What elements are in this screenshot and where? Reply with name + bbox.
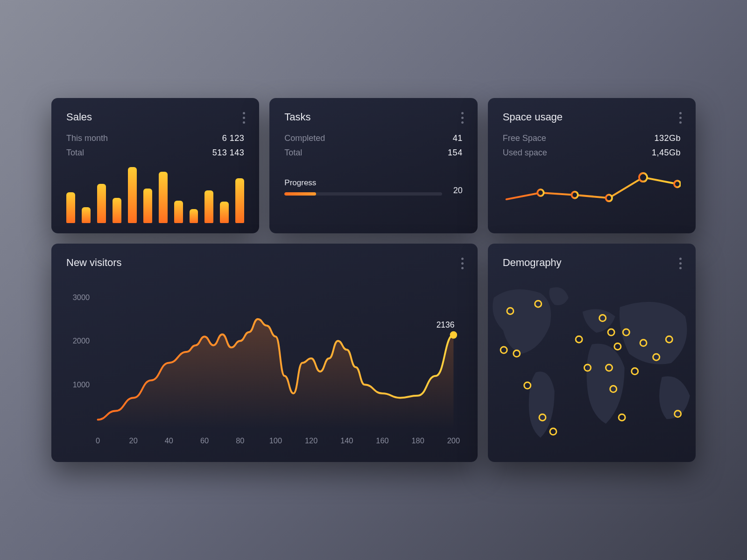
map-marker — [500, 347, 507, 353]
visitors-chart: 1000200030000204060801001201401601802002… — [66, 279, 463, 447]
svg-point-0 — [537, 189, 543, 196]
bar — [190, 209, 198, 223]
stat-value: 6 123 — [222, 133, 245, 143]
svg-point-19 — [450, 331, 457, 339]
bar — [174, 201, 183, 223]
svg-text:20: 20 — [129, 436, 138, 445]
stat-value: 154 — [448, 148, 463, 158]
svg-text:100: 100 — [269, 436, 282, 445]
svg-text:0: 0 — [96, 436, 100, 445]
stat-label: Completed — [284, 133, 325, 143]
more-icon[interactable] — [459, 256, 465, 271]
map-marker — [608, 329, 614, 336]
land-shapes — [493, 287, 690, 438]
space-line-chart — [503, 167, 681, 218]
visitors-end-label: 2136 — [437, 320, 455, 329]
stat-label: Total — [284, 148, 302, 158]
bar — [204, 190, 213, 223]
svg-text:3000: 3000 — [73, 293, 90, 301]
progress-label: Progress — [284, 178, 442, 188]
svg-point-3 — [639, 173, 647, 182]
svg-text:40: 40 — [165, 436, 173, 445]
stat-row: Completed 41 — [284, 133, 462, 143]
svg-text:2000: 2000 — [73, 336, 90, 345]
progress-fill — [284, 192, 316, 196]
map-marker — [524, 382, 530, 389]
card-title: Space usage — [503, 111, 681, 123]
svg-text:80: 80 — [236, 436, 244, 445]
stat-row: Total 154 — [284, 148, 462, 158]
stat-label: Total — [66, 148, 84, 158]
card-title: Tasks — [284, 111, 462, 123]
map-marker — [619, 414, 625, 420]
world-map — [488, 279, 696, 456]
stat-value: 513 143 — [212, 148, 245, 158]
more-icon[interactable] — [677, 110, 684, 126]
svg-text:120: 120 — [305, 436, 317, 445]
stat-label: Used space — [503, 148, 547, 158]
svg-point-4 — [674, 181, 680, 187]
stat-label: Free Space — [503, 133, 546, 143]
more-icon[interactable] — [459, 110, 465, 126]
svg-text:1000: 1000 — [73, 380, 90, 389]
map-marker — [550, 428, 557, 435]
progress-value: 20 — [453, 186, 463, 196]
space-usage-card: Space usage Free Space 132Gb Used space … — [488, 98, 696, 233]
svg-point-1 — [571, 192, 578, 198]
svg-text:180: 180 — [412, 436, 424, 445]
stat-row: Used space 1,45Gb — [503, 148, 681, 158]
bar — [66, 192, 75, 223]
dashboard: Sales This month 6 123 Total 513 143 Tas… — [51, 98, 696, 462]
more-icon[interactable] — [677, 256, 684, 271]
visitors-card: New visitors 100020003000020406080100120… — [51, 244, 478, 462]
sales-bar-chart — [66, 167, 244, 223]
bar — [82, 207, 91, 223]
bar — [159, 172, 168, 223]
bar — [235, 178, 244, 223]
stat-row: Total 513 143 — [66, 148, 244, 158]
svg-text:200: 200 — [447, 436, 460, 445]
svg-point-2 — [606, 195, 612, 201]
stat-value: 132Gb — [654, 133, 681, 143]
map-marker — [614, 343, 621, 350]
card-title: Sales — [66, 111, 244, 123]
more-icon[interactable] — [241, 110, 247, 126]
stat-value: 1,45Gb — [652, 148, 681, 158]
demography-card: Demography — [488, 244, 696, 462]
bar — [143, 189, 152, 223]
map-marker — [576, 336, 582, 343]
sales-card: Sales This month 6 123 Total 513 143 — [51, 98, 259, 233]
bar — [220, 202, 229, 223]
stat-row: Free Space 132Gb — [503, 133, 681, 143]
card-title: New visitors — [66, 257, 463, 269]
bar — [113, 198, 121, 223]
svg-text:60: 60 — [200, 436, 209, 445]
tasks-card: Tasks Completed 41 Total 154 Progress 20 — [269, 98, 477, 233]
stat-label: This month — [66, 133, 108, 143]
progress-row: Progress 20 — [284, 178, 462, 196]
card-title: Demography — [503, 257, 681, 269]
svg-text:160: 160 — [376, 436, 388, 445]
progress-track — [284, 192, 442, 196]
bar — [128, 167, 137, 223]
bar — [97, 184, 106, 223]
map-marker — [631, 368, 638, 375]
stat-value: 41 — [453, 133, 463, 143]
svg-text:140: 140 — [340, 436, 353, 445]
stat-row: This month 6 123 — [66, 133, 244, 143]
